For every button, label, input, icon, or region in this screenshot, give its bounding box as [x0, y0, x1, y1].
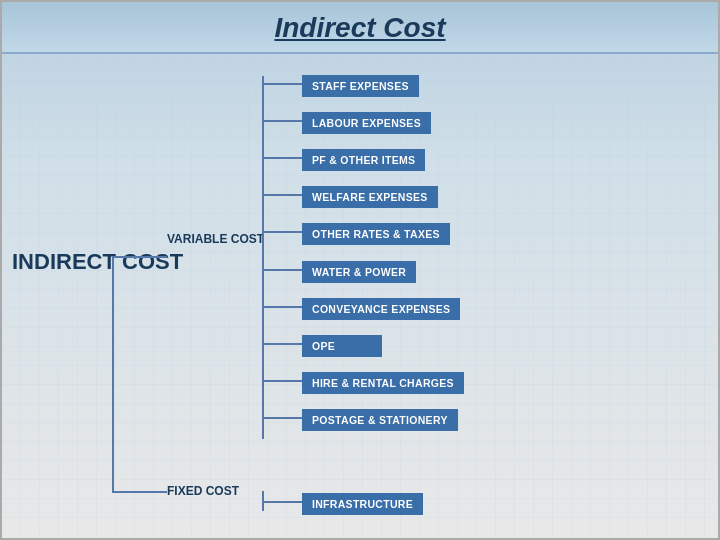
ope-box: OPE	[302, 335, 382, 357]
staff-expenses-box: STAFF EXPENSES	[302, 75, 419, 97]
infrastructure-box: INFRASTRUCTURE	[302, 493, 423, 515]
pf-other-box: PF & OTHER ITEMS	[302, 149, 425, 171]
h-line-staff	[264, 83, 302, 85]
water-power-box: WATER & POWER	[302, 261, 416, 283]
variable-cost-label: VARIABLE COST	[167, 232, 264, 246]
h-line-to-fixed	[112, 491, 167, 493]
other-rates-box: OTHER RATES & TAXES	[302, 223, 450, 245]
page-title: Indirect Cost	[274, 12, 445, 43]
conveyance-expenses-box: CONVEYANCE EXPENSES	[302, 298, 460, 320]
labour-expenses-box: LABOUR EXPENSES	[302, 112, 431, 134]
hire-rental-box: HIRE & RENTAL CHARGES	[302, 372, 464, 394]
h-line-rates	[264, 231, 302, 233]
h-line-hire	[264, 380, 302, 382]
outer-container: Indirect Cost INDIRECT COST VARIABLE COS…	[0, 0, 720, 540]
h-line-infra	[264, 501, 302, 503]
page-header: Indirect Cost	[2, 2, 718, 54]
main-vertical-line	[112, 256, 114, 493]
postage-stationery-box: POSTAGE & STATIONERY	[302, 409, 458, 431]
h-line-conveyance	[264, 306, 302, 308]
h-line-water	[264, 269, 302, 271]
h-line-labour	[264, 120, 302, 122]
h-line-welfare	[264, 194, 302, 196]
indirect-cost-label: INDIRECT COST	[12, 249, 183, 275]
h-line-to-variable	[112, 256, 167, 258]
h-line-ope	[264, 343, 302, 345]
fixed-cost-label: FIXED COST	[167, 484, 239, 498]
h-line-postage	[264, 417, 302, 419]
h-line-pf	[264, 157, 302, 159]
welfare-expenses-box: WELFARE EXPENSES	[302, 186, 438, 208]
